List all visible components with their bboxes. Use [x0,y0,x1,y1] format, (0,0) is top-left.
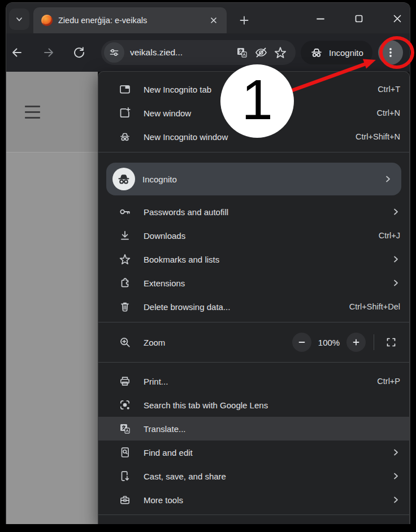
site-favicon [41,15,53,26]
chevron-down-icon [14,14,25,25]
zoom-in-button[interactable] [346,333,366,352]
tracking-protection-button[interactable] [253,44,270,61]
menu-item-label: Translate... [144,424,185,434]
bookmark-star-button[interactable] [272,44,289,61]
plus-icon [238,14,250,27]
trash-icon [119,300,131,313]
menu-item-print[interactable]: Print... Ctrl+P [98,369,409,393]
back-icon [10,46,24,59]
minimize-icon [315,13,326,24]
incognito-icon [119,130,131,143]
download-icon [119,229,131,242]
translate-icon [236,46,248,59]
fullscreen-button[interactable] [382,333,400,351]
menu-item-passwords-autofill[interactable]: Passwords and autofill [98,200,409,224]
zoom-in-magnifier-icon [119,336,131,348]
menu-item-find-and-edit[interactable]: Find and edit [98,441,409,464]
address-bar[interactable]: veikals.zied... [101,40,296,65]
close-window-button[interactable] [386,7,409,30]
menu-item-translate[interactable]: Translate... [98,417,409,441]
chevron-right-icon [383,175,392,184]
incognito-icon [116,172,131,186]
key-icon [119,206,131,218]
menu-item-label: Delete browsing data... [144,302,230,312]
menu-item-shortcut: Ctrl+Shift+Del [349,302,400,311]
menu-item-label: New Incognito window [144,132,228,142]
tab-search-button[interactable] [9,8,29,30]
back-button[interactable] [6,42,28,63]
google-lens-icon [119,399,131,411]
menu-item-label: Extensions [144,278,185,288]
menu-item-label: More tools [144,495,183,505]
minimize-button[interactable] [309,7,332,30]
hamburger-menu-icon[interactable] [25,106,40,123]
chevron-right-icon [391,495,400,504]
menu-item-cast-save-share[interactable]: Cast, save, and share [98,464,409,488]
close-icon [392,13,403,24]
menu-item-search-google-lens[interactable]: Search this tab with Google Lens [98,393,409,417]
menu-item-incognito-profile[interactable]: Incognito [106,163,401,195]
zoom-controls: 100% [292,333,400,352]
chevron-right-icon [391,207,400,216]
extensions-puzzle-icon [119,277,131,289]
menu-item-extensions[interactable]: Extensions [98,271,409,295]
forward-icon [42,46,55,59]
menu-item-shortcut: Ctrl+T [378,85,400,94]
new-tab-button[interactable] [233,10,255,31]
menu-item-label: Print... [144,377,168,386]
star-icon [274,46,287,59]
menu-item-delete-browsing-data[interactable]: Delete browsing data... Ctrl+Shift+Del [98,295,409,319]
menu-item-label: Passwords and autofill [144,207,228,217]
find-document-icon [119,446,131,459]
url-text[interactable]: veikals.zied... [130,47,231,58]
incognito-icon [310,46,323,59]
menu-section-zoom: Zoom 100% [98,322,409,362]
menu-item-bookmarks-lists[interactable]: Bookmarks and lists [98,247,409,271]
translate-toolbar-button[interactable] [233,44,250,61]
close-icon [209,16,218,25]
menu-item-new-incognito-window[interactable]: New Incognito window Ctrl+Shift+N [98,125,409,149]
browser-menu-button[interactable] [378,40,403,65]
reload-button[interactable] [68,42,90,63]
menu-item-label: Bookmarks and lists [144,255,219,264]
menu-item-label: Incognito [142,175,177,184]
menu-item-shortcut: Ctrl+Shift+N [356,132,400,141]
menu-item-downloads[interactable]: Downloads Ctrl+J [98,224,409,247]
new-tab-icon [119,83,131,95]
plus-icon [352,338,361,347]
menu-section-profile: Incognito Passwords and [98,152,409,322]
new-window-icon [119,107,131,119]
menu-item-label: Cast, save, and share [144,472,226,481]
chevron-right-icon [391,278,400,287]
maximize-button[interactable] [348,7,370,30]
incognito-badge: Incognito [301,41,372,64]
menu-item-new-window[interactable]: New window Ctrl+N [98,101,409,125]
fullscreen-icon [385,337,397,348]
printer-icon [119,375,131,387]
maximize-icon [353,13,365,24]
site-info-button[interactable] [104,42,124,63]
toolbar: veikals.zied... [6,33,410,72]
menu-item-more-tools[interactable]: More tools [98,488,409,512]
site-panel-section [6,152,98,524]
tab-strip: Ziedu enerģija: e-veikals [6,3,410,33]
zoom-level: 100% [311,338,346,347]
translate-icon [119,422,131,435]
menu-item-label: Search this tab with Google Lens [144,400,268,410]
chevron-right-icon [391,448,400,457]
toolbox-icon [119,494,131,506]
tab-active[interactable]: Ziedu enerģija: e-veikals [33,7,227,33]
menu-item-new-incognito-tab[interactable]: New Incognito tab Ctrl+T [98,77,409,101]
screenshot-stage: Ziedu enerģija: e-veikals [0,0,416,532]
reload-icon [72,46,86,59]
forward-button[interactable] [38,42,59,63]
incognito-badge-label: Incognito [329,48,363,58]
tab-close-button[interactable] [206,13,221,28]
minus-icon [297,338,306,347]
menu-item-label: New Incognito tab [144,85,211,94]
menu-item-shortcut: Ctrl+N [377,108,401,117]
zoom-out-button[interactable] [292,333,311,352]
site-panel [6,72,98,524]
incognito-avatar [112,168,135,190]
star-icon [119,253,131,265]
